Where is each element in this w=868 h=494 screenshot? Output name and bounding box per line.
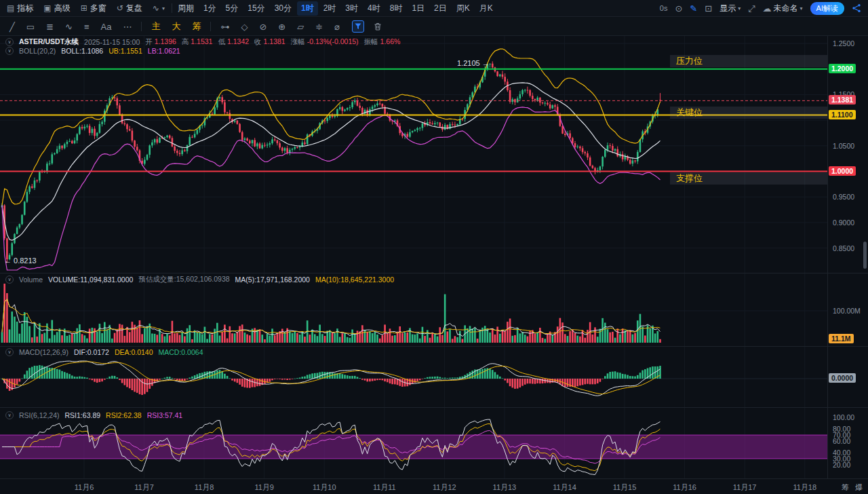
time-axis[interactable]: 筹爆 11月611月711月811月911月1011月1111月1211月131…: [0, 478, 868, 494]
magnet-icon[interactable]: ⊘: [259, 22, 267, 32]
timeframe-4时[interactable]: 4时: [363, 1, 384, 16]
timeframe-1分[interactable]: 1分: [199, 1, 220, 16]
price-tick: 0.9500: [833, 193, 854, 201]
time-tick: 11月15: [613, 482, 637, 493]
key-level-label[interactable]: 关键位: [670, 107, 827, 119]
add-drawing-icon[interactable]: ⊕: [278, 22, 285, 32]
circle-tool-icon[interactable]: ⌀: [334, 22, 340, 32]
time-tick: 11月8: [195, 482, 214, 493]
ruler-icon[interactable]: ≑: [315, 22, 323, 32]
menu-multi-window[interactable]: ⊞多窗: [81, 3, 106, 14]
menu-advanced[interactable]: ▣高级: [43, 3, 70, 14]
hlines-tool-icon[interactable]: ≣: [46, 22, 54, 32]
scrollbar-thumb[interactable]: [863, 242, 867, 269]
time-tick: 11月11: [373, 482, 396, 493]
corner-toggle-group: 筹爆: [842, 482, 863, 493]
indicators-icon: ▤: [7, 3, 14, 13]
timeframe-2时[interactable]: 2时: [319, 1, 340, 16]
timeframe-30分[interactable]: 30分: [271, 1, 296, 16]
line-tool-icon[interactable]: ╱: [9, 22, 15, 32]
timeframe-5分[interactable]: 5分: [222, 1, 243, 16]
top-toolbar: ▤指标▣高级⊞多窗↺复盘∿▾ 周期 1分5分15分30分1时2时3时4时8时1日…: [0, 0, 868, 17]
price-level-badge: 1.2000: [829, 64, 856, 73]
price-tick: 0.8500: [833, 244, 854, 252]
time-tick: 11月12: [433, 482, 456, 493]
advanced-icon: ▣: [43, 3, 51, 13]
rsi-axis-tick: 100.00: [833, 413, 854, 421]
timeframe-1日[interactable]: 1日: [408, 1, 429, 16]
list-tool-icon[interactable]: ≡: [84, 22, 90, 32]
trash-icon[interactable]: [374, 22, 382, 31]
time-tick: 11月10: [313, 482, 336, 493]
low-price-annotation: ← 0.8213: [4, 256, 37, 265]
layout-name: 未命名: [774, 3, 798, 14]
camera-icon[interactable]: ⊙: [675, 4, 682, 13]
layout-name-menu[interactable]: ☁ 未命名 ▾: [763, 3, 803, 14]
chips-toggle[interactable]: 筹: [842, 482, 849, 493]
timeframe-1时[interactable]: 1时: [297, 1, 318, 16]
period-label: 周期: [178, 3, 194, 14]
layout-icon[interactable]: ⊡: [705, 4, 712, 13]
collapse-boll-icon[interactable]: ∨: [5, 47, 14, 55]
ai-analysis-button[interactable]: AI解读: [810, 2, 844, 15]
wave-tool-icon[interactable]: ∿: [65, 22, 73, 32]
timeframe-list: 1分5分15分30分1时2时3时4时8时1日2日周K月K: [199, 1, 497, 16]
timeframe-2日[interactable]: 2日: [430, 1, 451, 16]
chips-button[interactable]: 筹: [192, 20, 201, 33]
collapse-macd-pane-icon[interactable]: ∨: [5, 348, 14, 356]
resistance-level-label[interactable]: 压力位: [670, 55, 827, 67]
price-tick: 1.2500: [833, 39, 854, 48]
price-level-badge: 1.1100: [829, 110, 856, 119]
display-menu[interactable]: 显示 ▾: [719, 3, 741, 14]
menu-indicators[interactable]: ▤指标: [7, 3, 33, 14]
time-tick: 11月16: [673, 482, 696, 493]
share-icon[interactable]: [852, 3, 861, 13]
macd-zero-badge: 0.0000: [829, 373, 856, 383]
rsi-axis-tick: 60.00: [833, 437, 850, 445]
rect-tool-icon[interactable]: ▭: [26, 22, 35, 32]
price-level-badge: 1.1381: [829, 95, 856, 104]
timeframe-15分[interactable]: 15分: [243, 1, 269, 16]
fib-icon[interactable]: ◇: [241, 22, 248, 32]
time-tick: 11月6: [75, 482, 94, 493]
timeframe-周K[interactable]: 周K: [452, 1, 474, 16]
timeframe-3时[interactable]: 3时: [341, 1, 362, 16]
support-text: 支撑位: [676, 172, 703, 185]
menu-replay[interactable]: ↺复盘: [117, 3, 142, 14]
time-tick: 11月17: [733, 482, 757, 493]
more-tools-icon[interactable]: ⋯: [123, 22, 132, 32]
price-axis[interactable]: 1.25001.15001.05000.95000.90000.8500100.…: [828, 36, 868, 478]
replay-icon: ↺: [117, 3, 123, 13]
chart-canvas[interactable]: [0, 36, 868, 478]
display-label: 显示: [719, 3, 736, 14]
text-tool-icon[interactable]: Aa: [101, 22, 112, 32]
collapse-volume-pane-icon[interactable]: ∨: [5, 276, 14, 284]
support-level-label[interactable]: 支撑位: [670, 172, 827, 185]
menu-label: 高级: [54, 3, 71, 14]
funnel-filter-button[interactable]: [352, 20, 364, 33]
peak-price-annotation: 1.2105 →: [457, 59, 490, 67]
price-level-badge: 1.0000: [829, 166, 856, 176]
collapse-price-pane-icon[interactable]: ∨: [5, 38, 14, 46]
chart-style-button[interactable]: ∿▾: [153, 3, 165, 13]
menu-label: 指标: [17, 3, 33, 14]
draw-extra-group: ⊶◇⊘⊕▱≑⌀: [211, 22, 349, 32]
volume-badge: 11.1M: [829, 334, 854, 343]
rsi-axis-tick: 20.00: [833, 461, 850, 469]
time-tick: 11月7: [134, 482, 154, 493]
price-tick: 0.9000: [833, 218, 854, 227]
shape-icon[interactable]: ▱: [297, 22, 304, 32]
timeframe-月K[interactable]: 月K: [475, 1, 497, 16]
funnel-icon: [355, 23, 361, 30]
chevron-down-icon: ▾: [162, 5, 165, 12]
main-chart-button[interactable]: 主: [151, 20, 160, 33]
liquidation-toggle[interactable]: 爆: [855, 482, 863, 493]
measure-icon[interactable]: ⊶: [220, 22, 229, 32]
collapse-rsi-pane-icon[interactable]: ∨: [5, 411, 14, 419]
timeframe-8时[interactable]: 8时: [386, 1, 407, 16]
large-chart-button[interactable]: 大: [172, 20, 180, 33]
multi-window-icon: ⊞: [81, 3, 87, 13]
price-tick: 1.0500: [833, 142, 854, 150]
fullscreen-icon[interactable]: ⤢: [748, 4, 755, 13]
edit-pencil-icon[interactable]: ✎: [690, 4, 697, 13]
